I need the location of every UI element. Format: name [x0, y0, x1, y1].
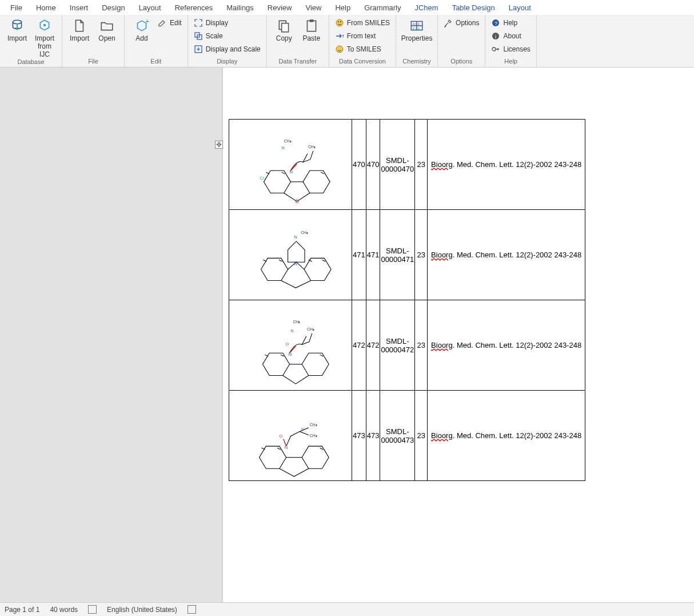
col-code[interactable]: SMDL-00000471: [380, 210, 415, 300]
properties-label: Properties: [401, 35, 433, 43]
tab-review[interactable]: Review: [261, 1, 299, 14]
display-scale-button[interactable]: Display and Scale: [193, 43, 262, 55]
svg-point-2: [43, 24, 46, 26]
group-edit: + Add Edit Edit: [125, 15, 188, 67]
col-reference[interactable]: Bioorg. Med. Chem. Lett. 12(2)-2002 243-…: [428, 210, 585, 300]
structure-cell[interactable]: [229, 300, 352, 391]
key-icon: [491, 45, 500, 54]
group-transfer-label: Data Transfer: [278, 58, 317, 66]
tab-jchem[interactable]: JChem: [408, 1, 445, 14]
col-num[interactable]: 23: [415, 120, 428, 210]
tab-grammarly[interactable]: Grammarly: [357, 1, 408, 14]
tab-references[interactable]: References: [168, 1, 220, 14]
paste-button[interactable]: Paste: [299, 17, 324, 43]
tab-mailings[interactable]: Mailings: [220, 1, 261, 14]
col-reference[interactable]: Bioorg. Med. Chem. Lett. 12(2)-2002 243-…: [428, 300, 585, 391]
col-num[interactable]: 23: [415, 300, 428, 391]
to-smiles-label: To SMILES: [347, 45, 381, 53]
table-row[interactable]: 471471SMDL-0000047123Bioorg. Med. Chem. …: [229, 210, 585, 300]
chemistry-table[interactable]: 470470SMDL-0000047023Bioorg. Med. Chem. …: [229, 119, 585, 481]
status-page[interactable]: Page 1 of 1: [5, 606, 39, 614]
group-display: Display Scale Display and Scale Display: [188, 15, 267, 67]
col-num[interactable]: 23: [415, 210, 428, 300]
display-button[interactable]: Display: [193, 17, 262, 29]
col-id2[interactable]: 473: [366, 391, 380, 481]
scale-button[interactable]: Scale: [193, 30, 262, 42]
group-conversion: From SMILES TFrom text To SMILES Data Co…: [329, 15, 396, 67]
group-transfer: Copy Paste Data Transfer: [267, 15, 329, 67]
tab-design[interactable]: Design: [95, 1, 131, 14]
tab-table-design[interactable]: Table Design: [445, 1, 502, 14]
spellcheck-icon[interactable]: [88, 605, 97, 614]
add-button[interactable]: + Add: [129, 17, 154, 43]
svg-marker-3: [137, 21, 146, 30]
svg-point-0: [13, 20, 21, 24]
col-id2[interactable]: 471: [366, 210, 380, 300]
properties-button[interactable]: A 0.4X 3.1 Properties: [401, 17, 433, 43]
options-button[interactable]: Options: [442, 17, 480, 29]
open-button[interactable]: Open: [94, 17, 119, 43]
tab-help[interactable]: Help: [328, 1, 357, 14]
structure-cell[interactable]: [229, 391, 352, 481]
copy-label: Copy: [276, 35, 292, 43]
table-row[interactable]: 472472SMDL-0000047223Bioorg. Med. Chem. …: [229, 300, 585, 391]
table-row[interactable]: 470470SMDL-0000047023Bioorg. Med. Chem. …: [229, 120, 585, 210]
help-icon: ?: [491, 18, 500, 27]
ribbon: Import Import from IJC Database Import O…: [0, 15, 694, 67]
about-button[interactable]: iAbout: [490, 30, 531, 42]
paste-label: Paste: [302, 35, 320, 43]
document-area[interactable]: ✥ 470470SMDL-0000047023Bioorg. Med. Chem…: [0, 67, 694, 602]
expand-icon: [194, 18, 203, 27]
edit-button[interactable]: Edit: [157, 17, 183, 29]
status-bar: Page 1 of 1 40 words English (United Sta…: [0, 602, 694, 616]
tab-layout[interactable]: Layout: [132, 1, 168, 14]
status-language[interactable]: English (United States): [107, 606, 177, 614]
status-words[interactable]: 40 words: [50, 606, 78, 614]
table-row[interactable]: 473473SMDL-0000047323Bioorg. Med. Chem. …: [229, 391, 585, 481]
svg-rect-9: [281, 23, 288, 32]
add-label: Add: [135, 35, 147, 43]
col-id2[interactable]: 470: [366, 120, 380, 210]
from-smiles-button[interactable]: From SMILES: [334, 17, 391, 29]
open-label: Open: [98, 35, 115, 43]
macro-icon[interactable]: [188, 605, 196, 614]
col-reference[interactable]: Bioorg. Med. Chem. Lett. 12(2)-2002 243-…: [428, 120, 585, 210]
col-id1[interactable]: 471: [352, 210, 366, 300]
copy-icon: [277, 18, 292, 33]
col-id1[interactable]: 470: [352, 120, 366, 210]
tab-home[interactable]: Home: [29, 1, 63, 14]
help-button[interactable]: ?Help: [490, 17, 531, 29]
col-id1[interactable]: 472: [352, 300, 366, 391]
document-page: ✥ 470470SMDL-0000047023Bioorg. Med. Chem…: [223, 67, 694, 602]
import-ijc-button[interactable]: Import from IJC: [32, 17, 57, 58]
col-id1[interactable]: 473: [352, 391, 366, 481]
tab-insert[interactable]: Insert: [63, 1, 95, 14]
to-smiles-button[interactable]: To SMILES: [334, 43, 391, 55]
col-code[interactable]: SMDL-00000473: [380, 391, 415, 481]
tab-file[interactable]: File: [3, 1, 29, 14]
col-code[interactable]: SMDL-00000470: [380, 120, 415, 210]
import-ijc-icon: [37, 18, 52, 33]
col-reference[interactable]: Bioorg. Med. Chem. Lett. 12(2)-2002 243-…: [428, 391, 585, 481]
import-button[interactable]: Import: [5, 17, 30, 43]
col-code[interactable]: SMDL-00000472: [380, 300, 415, 391]
svg-text:+: +: [146, 18, 149, 25]
structure-cell[interactable]: [229, 120, 352, 210]
col-num[interactable]: 23: [415, 391, 428, 481]
svg-rect-10: [307, 21, 316, 31]
tab-layout-ctx[interactable]: Layout: [502, 1, 538, 14]
table-move-handle[interactable]: ✥: [215, 141, 223, 149]
file-import-label: Import: [70, 35, 89, 43]
col-id2[interactable]: 472: [366, 300, 380, 391]
group-chemistry-label: Chemistry: [402, 58, 431, 66]
licenses-button[interactable]: Licenses: [490, 43, 531, 55]
tab-view[interactable]: View: [298, 1, 328, 14]
structure-cell[interactable]: [229, 210, 352, 300]
file-import-button[interactable]: Import: [67, 17, 92, 43]
from-text-button[interactable]: TFrom text: [334, 30, 391, 42]
group-options: Options Options: [438, 15, 485, 67]
arrow-text-icon: T: [335, 31, 344, 41]
svg-text:i: i: [495, 34, 496, 39]
svg-text:X 3.1: X 3.1: [413, 27, 420, 30]
copy-button[interactable]: Copy: [272, 17, 297, 43]
